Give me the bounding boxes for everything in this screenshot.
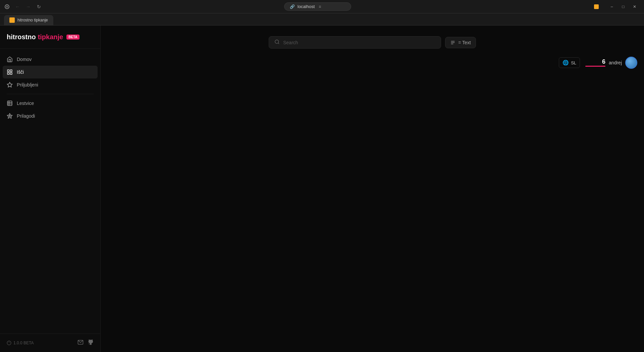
browser-controls bbox=[4, 4, 10, 10]
address-settings-icon: ≡ bbox=[319, 4, 321, 9]
main-content: 🌐 SL 6 andrej bbox=[101, 25, 644, 352]
footer-icons bbox=[77, 339, 94, 347]
logo-text-accent: tipkanje bbox=[38, 33, 63, 41]
version-text: 1.0.0 BETA bbox=[13, 341, 34, 345]
tab-label: hitrostno tipkanje bbox=[17, 18, 48, 22]
address-text: localhost bbox=[298, 4, 315, 9]
top-right-area: 🌐 SL 6 andrej bbox=[559, 51, 644, 74]
svg-point-16 bbox=[275, 40, 279, 44]
maximize-button[interactable]: □ bbox=[618, 1, 629, 12]
window-controls: – □ ✕ bbox=[606, 1, 640, 12]
version-info: 1.0.0 BETA bbox=[7, 341, 72, 345]
browser-nav-buttons: ← → ↻ bbox=[13, 2, 44, 11]
text-filter-label: = Text bbox=[458, 40, 471, 45]
github-icon[interactable] bbox=[88, 339, 94, 347]
sidebar-item-domov-label: Domov bbox=[17, 57, 32, 62]
sidebar: hitrostno tipkanje BETA Domov bbox=[0, 25, 101, 352]
logo-text-normal: hitrostno bbox=[7, 33, 36, 41]
customize-icon bbox=[7, 113, 13, 119]
streak-bar bbox=[585, 66, 605, 67]
sidebar-item-prilagodi-label: Prilagodi bbox=[17, 113, 35, 119]
address-bar[interactable]: 🔗 localhost ≡ bbox=[46, 2, 589, 11]
user-area: 6 andrej bbox=[585, 57, 637, 69]
extensions-icon[interactable] bbox=[592, 2, 601, 11]
text-filter-button[interactable]: = Text bbox=[445, 37, 476, 48]
logo: hitrostno tipkanje BETA bbox=[7, 33, 79, 41]
svg-rect-6 bbox=[7, 101, 12, 106]
svg-rect-3 bbox=[7, 73, 9, 74]
sidebar-item-prilagodi[interactable]: Prilagodi bbox=[0, 110, 100, 122]
forward-button[interactable]: → bbox=[23, 2, 33, 11]
sidebar-item-domov[interactable]: Domov bbox=[0, 53, 100, 66]
svg-rect-4 bbox=[10, 73, 12, 74]
avatar-image bbox=[626, 57, 637, 68]
svg-point-11 bbox=[9, 115, 11, 117]
search-bar[interactable] bbox=[269, 36, 441, 49]
user-name: andrej bbox=[609, 60, 622, 65]
home-icon bbox=[7, 56, 13, 62]
leaderboard-icon bbox=[7, 100, 13, 106]
reload-button[interactable]: ↻ bbox=[34, 2, 44, 11]
user-streak: 6 bbox=[585, 59, 605, 67]
sidebar-item-lestvice-label: Lestvice bbox=[17, 101, 34, 106]
avatar[interactable] bbox=[625, 57, 637, 69]
nav-divider bbox=[7, 94, 94, 94]
sidebar-item-isci[interactable]: Išči bbox=[3, 66, 98, 78]
sidebar-item-priljubljeni[interactable]: Priljubljeni bbox=[0, 78, 100, 91]
grid-icon bbox=[7, 69, 13, 75]
sidebar-footer: 1.0.0 BETA bbox=[0, 334, 100, 352]
close-button[interactable]: ✕ bbox=[629, 1, 640, 12]
sidebar-item-lestvice[interactable]: Lestvice bbox=[0, 97, 100, 110]
sidebar-nav: Domov Išči bbox=[0, 49, 100, 126]
mail-icon[interactable] bbox=[77, 339, 84, 347]
connection-icon: 🔗 bbox=[290, 4, 295, 9]
language-label: SL bbox=[571, 60, 576, 65]
svg-rect-2 bbox=[10, 70, 12, 71]
tab-bar: hitrostno tipkanje bbox=[0, 13, 644, 25]
sidebar-item-priljubljeni-label: Priljubljeni bbox=[17, 82, 38, 87]
search-input[interactable] bbox=[283, 40, 435, 45]
content-toolbar: = Text bbox=[101, 31, 644, 54]
app-container: hitrostno tipkanje BETA Domov bbox=[0, 25, 644, 352]
globe-icon: 🌐 bbox=[562, 60, 569, 66]
tab-favicon bbox=[9, 17, 15, 23]
star-icon bbox=[7, 82, 13, 88]
browser-right-controls: – □ ✕ bbox=[592, 1, 640, 12]
beta-badge: BETA bbox=[66, 35, 79, 40]
app-logo-area: hitrostno tipkanje BETA bbox=[0, 25, 100, 49]
browser-tab[interactable]: hitrostno tipkanje bbox=[4, 15, 53, 25]
svg-line-17 bbox=[278, 43, 279, 44]
streak-count: 6 bbox=[602, 59, 605, 65]
sidebar-item-isci-label: Išči bbox=[17, 69, 24, 75]
browser-chrome: ← → ↻ 🔗 localhost ≡ – □ ✕ bbox=[0, 0, 644, 13]
svg-rect-1 bbox=[7, 70, 9, 71]
svg-marker-5 bbox=[7, 82, 12, 87]
minimize-button[interactable]: – bbox=[606, 1, 617, 12]
search-icon bbox=[274, 39, 280, 46]
language-selector[interactable]: 🌐 SL bbox=[559, 57, 580, 68]
back-button[interactable]: ← bbox=[13, 2, 22, 11]
browser-menu-icon[interactable] bbox=[4, 4, 10, 10]
